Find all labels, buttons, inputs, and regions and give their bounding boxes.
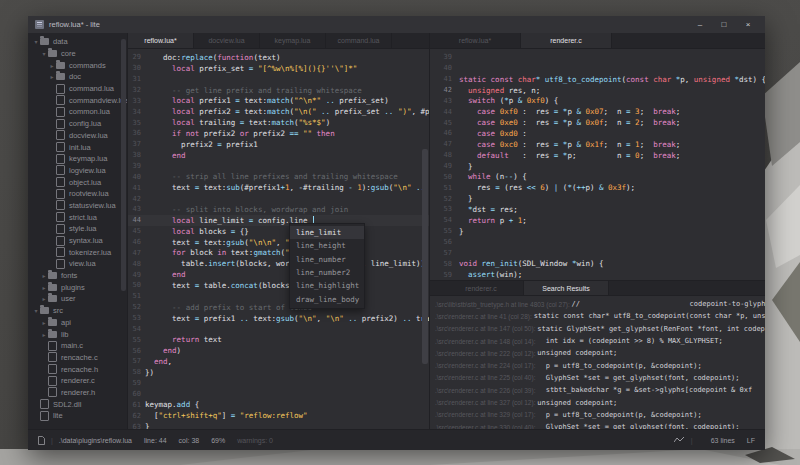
code-line[interactable]: 52 -- add prefix to start of lines bbox=[128, 302, 429, 313]
code-line[interactable]: 61keymap.add { bbox=[128, 400, 429, 411]
code-line[interactable]: 56 bbox=[430, 237, 765, 248]
editor-reflow-lua[interactable]: line_limitline_heightline_numberline_num… bbox=[128, 49, 429, 429]
code-line[interactable]: 59 assert(win); bbox=[430, 269, 765, 280]
code-line[interactable]: 29 doc:replace(function(text) bbox=[128, 52, 429, 63]
code-line[interactable]: 59 bbox=[128, 378, 429, 389]
search-result-row[interactable]: .\src\renderer.c at line 226 (col 39): s… bbox=[430, 384, 765, 396]
code-line[interactable]: 43 switch (*p & 0xf0) { bbox=[430, 95, 765, 106]
code-line[interactable]: 48 default : res = *p; n = 0; break; bbox=[430, 150, 765, 161]
autocomplete-item-line_number[interactable]: line_number bbox=[290, 253, 364, 266]
code-line[interactable]: 34 local prefix2 = text:match("\n(" .. p… bbox=[128, 106, 429, 117]
code-line[interactable]: 44 case 0xf0 : res = *p & 0x07; n = 3; b… bbox=[430, 106, 765, 117]
code-line[interactable]: 45 case 0xe0 : res = *p & 0x0f; n = 2; b… bbox=[430, 117, 765, 128]
code-line[interactable]: 56 end) bbox=[128, 345, 429, 356]
search-result-row[interactable]: .\src\renderer.c at line 330 (col 40): G… bbox=[430, 421, 765, 429]
code-line[interactable]: 51 res = (res << 6) | (*(++p) & 0x3f); bbox=[430, 182, 765, 193]
code-line[interactable]: 38 end bbox=[128, 150, 429, 161]
tree-item-statusview-lua[interactable]: statusview.lua bbox=[28, 200, 127, 212]
tab-renderer-c[interactable]: renderer.c bbox=[521, 33, 612, 48]
code-line[interactable]: 33 local prefix1 = text:match("^\n*" .. … bbox=[128, 95, 429, 106]
search-result-row[interactable]: .\src\renderer.c at line 222 (col 12): u… bbox=[430, 347, 765, 359]
tree-item-tokenizer-lua[interactable]: tokenizer.lua bbox=[28, 246, 127, 258]
code-line[interactable]: 57 bbox=[430, 247, 765, 258]
tree-item-main-c[interactable]: main.c bbox=[28, 340, 127, 352]
code-line[interactable]: 31 bbox=[128, 74, 429, 85]
tree-item-core[interactable]: ▾core bbox=[28, 48, 127, 60]
code-line[interactable]: 41static const char* utf8_to_codepoint(c… bbox=[430, 74, 765, 85]
tree-item-user[interactable]: ▸user bbox=[28, 293, 127, 305]
tree-item-renderer-c[interactable]: renderer.c bbox=[28, 375, 127, 387]
titlebar[interactable]: reflow.lua* - lite – □ × bbox=[28, 16, 765, 33]
code-line[interactable]: 47 case 0xc0 : res = *p & 0x1f; n = 1; b… bbox=[430, 139, 765, 150]
autocomplete-item-line_height[interactable]: line_height bbox=[290, 239, 364, 252]
panel-tab-renderer-c[interactable]: renderer.c bbox=[439, 281, 524, 295]
tree-item-init-lua[interactable]: init.lua bbox=[28, 141, 127, 153]
tree-item-commandview-lua[interactable]: commandview.lua bbox=[28, 94, 127, 106]
panel-tab-search-results[interactable]: Search Results bbox=[524, 281, 609, 295]
close-button[interactable]: × bbox=[737, 17, 759, 32]
tree-item-docview-lua[interactable]: docview.lua bbox=[28, 130, 127, 142]
tab-reflow-lua-[interactable]: reflow.lua* bbox=[430, 33, 521, 48]
tab-docview-lua[interactable]: docview.lua bbox=[194, 33, 260, 48]
tree-item-common-lua[interactable]: common.lua bbox=[28, 106, 127, 118]
search-result-row[interactable]: .\src\renderer.c at line 148 (col 14): i… bbox=[430, 335, 765, 347]
code-line[interactable]: 58}) bbox=[128, 367, 429, 378]
autocomplete-item-line_limit[interactable]: line_limit bbox=[290, 226, 364, 239]
tree-item-strict-lua[interactable]: strict.lua bbox=[28, 211, 127, 223]
code-line[interactable]: 42 unsigned res, n; bbox=[430, 85, 765, 96]
minimize-button[interactable]: – bbox=[689, 17, 711, 32]
tree-item-src[interactable]: ▾src bbox=[28, 305, 127, 317]
code-line[interactable]: 53 text = prefix1 .. text:gsub("\n", "\n… bbox=[128, 313, 429, 324]
code-line[interactable]: 49 } bbox=[430, 161, 765, 172]
code-line[interactable]: 35 local trailing = text:match("%s*$") bbox=[128, 117, 429, 128]
code-line[interactable]: 32 -- get line prefix and trailing white… bbox=[128, 85, 429, 96]
code-line[interactable]: 48 table.insert(blocks, wordwrap_text(bl… bbox=[128, 258, 429, 269]
tree-item-data[interactable]: ▾data bbox=[28, 36, 127, 48]
code-line[interactable]: 43 -- split into blocks, wordwrap and jo… bbox=[128, 204, 429, 215]
code-line[interactable]: 46 case 0xd0 : bbox=[430, 128, 765, 139]
search-result-row[interactable]: .\src\renderer.c at line 147 (col 50): s… bbox=[430, 323, 765, 335]
tree-item-doc[interactable]: ▸doc bbox=[28, 71, 127, 83]
code-line[interactable]: 51 bbox=[128, 291, 429, 302]
tab-keymap-lua[interactable]: keymap.lua bbox=[260, 33, 326, 48]
tree-item-syntax-lua[interactable]: syntax.lua bbox=[28, 235, 127, 247]
code-line[interactable]: 52 } bbox=[430, 193, 765, 204]
tree-item-fonts[interactable]: ▸fonts bbox=[28, 270, 127, 282]
tree-item-logview-lua[interactable]: logview.lua bbox=[28, 165, 127, 177]
search-result-row[interactable]: .\src\renderer.c at line 224 (col 17): p… bbox=[430, 359, 765, 371]
code-line[interactable]: 39 bbox=[128, 161, 429, 172]
code-line[interactable]: 46 text = text:gsub("\n\n", "\0") bbox=[128, 237, 429, 248]
tree-item-rencache-c[interactable]: rencache.c bbox=[28, 352, 127, 364]
code-line[interactable]: 63} bbox=[128, 421, 429, 429]
code-line[interactable]: 40 bbox=[430, 63, 765, 74]
maximize-button[interactable]: □ bbox=[713, 17, 735, 32]
tree-item-rootview-lua[interactable]: rootview.lua bbox=[28, 188, 127, 200]
tree-item-rencache-h[interactable]: rencache.h bbox=[28, 363, 127, 375]
tree-item-object-lua[interactable]: object.lua bbox=[28, 176, 127, 188]
search-result-row[interactable]: .\src\renderer.c at line 327 (col 12): u… bbox=[430, 396, 765, 408]
code-line[interactable]: 49 end bbox=[128, 269, 429, 280]
editor-renderer-c[interactable]: 394041static const char* utf8_to_codepoi… bbox=[430, 49, 765, 280]
tab-reflow-lua-[interactable]: reflow.lua* bbox=[128, 33, 194, 48]
code-line[interactable]: 55} bbox=[430, 226, 765, 237]
search-result-row[interactable]: .\src\renderer.c at line 329 (col 17): p… bbox=[430, 409, 765, 421]
search-result-row[interactable]: .\src\lib\stb\stb_truetype.h at line 480… bbox=[430, 298, 765, 310]
code-line[interactable]: 37 prefix2 = prefix1 bbox=[128, 139, 429, 150]
editor-scrollbar[interactable] bbox=[422, 149, 428, 364]
code-line[interactable]: 40 -- strip all line prefixes and traili… bbox=[128, 171, 429, 182]
tree-item-lib[interactable]: ▸lib bbox=[28, 328, 127, 340]
code-line[interactable]: 44 local line_limit = config.line_ bbox=[128, 215, 429, 226]
tree-item-command-lua[interactable]: command.lua bbox=[28, 83, 127, 95]
code-line[interactable]: 41 text = text:sub(#prefix1+1, -#trailin… bbox=[128, 182, 429, 193]
search-result-row[interactable]: .\src\renderer.c at line 225 (col 40): G… bbox=[430, 372, 765, 384]
tree-item-plugins[interactable]: ▸plugins bbox=[28, 281, 127, 293]
tree-item-config-lua[interactable]: config.lua bbox=[28, 118, 127, 130]
tree-item-lite[interactable]: lite bbox=[28, 410, 127, 422]
code-line[interactable]: 42 bbox=[128, 193, 429, 204]
autocomplete-item-line_highlight[interactable]: line_highlight bbox=[290, 279, 364, 292]
code-line[interactable]: 47 for block in text:gmatch("%Z+") do bbox=[128, 247, 429, 258]
code-line[interactable]: 57 end, bbox=[128, 356, 429, 367]
code-line[interactable]: 36 if not prefix2 or prefix2 == "" then bbox=[128, 128, 429, 139]
tree-item-style-lua[interactable]: style.lua bbox=[28, 223, 127, 235]
code-line[interactable]: 58void ren_init(SDL_Window *win) { bbox=[430, 258, 765, 269]
